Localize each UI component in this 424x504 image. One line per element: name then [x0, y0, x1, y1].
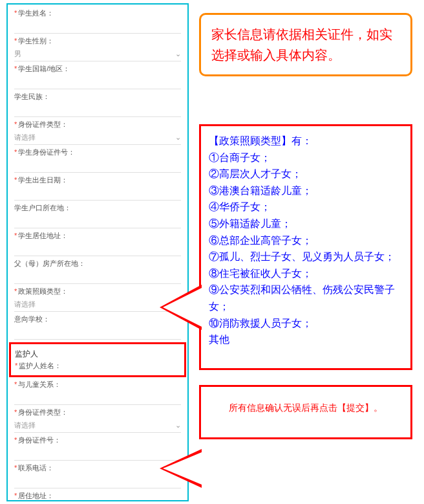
text-input[interactable]	[14, 242, 181, 256]
form-field: *学生姓名：	[14, 8, 181, 34]
select-input[interactable]: 请选择⌄	[14, 131, 181, 145]
field-label: *学生居住地址：	[14, 231, 181, 241]
field-label: 学生户口所在地：	[14, 203, 181, 213]
required-star: *	[14, 436, 17, 444]
field-label-text: 与儿童关系：	[18, 380, 61, 388]
info-callout-submit: 所有信息确认无误后再点击【提交】。	[199, 385, 412, 439]
text-input[interactable]	[14, 214, 181, 228]
form-field: *联系电话：	[14, 463, 181, 488]
field-label: *联系电话：	[14, 463, 181, 473]
policy-item: ⑥总部企业高管子女；	[209, 232, 403, 249]
guardian-name-label: *监护人姓名：	[15, 361, 180, 371]
field-label-text: 意向学校：	[14, 315, 50, 323]
form-field: *政策照顾类型：请选择⌄	[14, 287, 181, 312]
field-label: *学生性别：	[14, 36, 181, 46]
select-input[interactable]: 请选择⌄	[14, 298, 181, 312]
form-field: *居住地址：	[14, 491, 181, 501]
field-label-text: 学生户口所在地：	[14, 204, 71, 212]
field-label-text: 身份证件号：	[18, 436, 61, 444]
form-field: *学生性别：男⌄	[14, 36, 181, 61]
required-star: *	[14, 120, 17, 128]
policy-item: ⑩消防救援人员子女；	[209, 315, 403, 332]
policy-title: 【政策照顾类型】有：	[209, 133, 403, 149]
form-field: *身份证件类型：请选择⌄	[14, 120, 181, 145]
select-value: 请选择	[14, 133, 36, 142]
form-field: *学生出生日期：	[14, 175, 181, 201]
field-label: 意向学校：	[14, 314, 181, 324]
field-label-text: 学生出生日期：	[18, 176, 68, 184]
callout-arrow-1-fill	[163, 288, 202, 327]
form-field: *与儿童关系：	[14, 380, 181, 405]
required-star: *	[14, 287, 17, 295]
info-callout-guardian: 家长信息请依据相关证件，如实选择或输入具体内容。	[199, 13, 412, 76]
policy-items: ①台商子女；②高层次人才子女；③港澳台籍适龄儿童；④华侨子女；⑤外籍适龄儿童；⑥…	[209, 149, 403, 348]
info-callout-policy: 【政策照顾类型】有： ①台商子女；②高层次人才子女；③港澳台籍适龄儿童；④华侨子…	[199, 124, 412, 370]
field-label: *居住地址：	[14, 491, 181, 501]
required-star: *	[14, 9, 17, 17]
field-label: *身份证件类型：	[14, 408, 181, 417]
policy-item: ①台商子女；	[209, 149, 403, 166]
field-label: *身份证件号：	[14, 435, 181, 445]
form-field: *学生国籍/地区：	[14, 64, 181, 89]
policy-item: 其他	[209, 331, 403, 348]
select-value: 请选择	[14, 421, 36, 430]
text-input[interactable]	[14, 270, 181, 284]
required-star: *	[14, 176, 17, 184]
field-label-text: 政策照顾类型：	[18, 287, 68, 295]
policy-item: ③港澳台籍适龄儿童；	[209, 182, 403, 199]
text-input[interactable]	[14, 103, 181, 117]
field-label-text: 学生居住地址：	[18, 232, 68, 239]
policy-item: ⑧住宅被征收人子女；	[209, 265, 403, 282]
guardian-section-box: 监护人 *监护人姓名：	[9, 342, 186, 377]
field-label-text: 学生身份证件号：	[18, 148, 75, 156]
form-field: 学生民族：	[14, 92, 181, 117]
required-star: *	[14, 492, 17, 499]
form-field: 学生户口所在地：	[14, 203, 181, 228]
field-label-text: 学生国籍/地区：	[18, 65, 70, 72]
required-star: *	[14, 380, 17, 388]
field-label-text: 学生姓名：	[18, 9, 54, 17]
text-input[interactable]	[14, 391, 181, 405]
select-input[interactable]: 男⌄	[14, 47, 181, 61]
required-star: *	[14, 408, 17, 416]
text-input[interactable]	[14, 19, 181, 34]
chevron-down-icon: ⌄	[175, 421, 181, 430]
field-label-text: 学生性别：	[18, 37, 54, 45]
form-field: 父（母）房产所在地：	[14, 259, 181, 284]
select-value: 男	[14, 49, 21, 59]
form-panel: *学生姓名：*学生性别：男⌄*学生国籍/地区：学生民族：*身份证件类型：请选择⌄…	[6, 3, 189, 501]
text-input[interactable]	[14, 474, 181, 488]
field-label: *与儿童关系：	[14, 380, 181, 389]
required-star: *	[14, 37, 17, 45]
policy-item: ⑨公安英烈和因公牺牲、伤残公安民警子女；	[209, 281, 403, 314]
policy-item: ④华侨子女；	[209, 199, 403, 215]
chevron-down-icon: ⌄	[175, 50, 181, 58]
field-label-text: 身份证件类型：	[18, 120, 68, 128]
field-label-text: 学生民族：	[14, 93, 50, 100]
fields2-container: *与儿童关系：*身份证件类型：请选择⌄*身份证件号：*联系电话：*居住地址：工作…	[14, 380, 181, 501]
field-label: *学生姓名：	[14, 8, 181, 18]
field-label: *学生出生日期：	[14, 175, 181, 185]
guardian-name-field: *监护人姓名：	[15, 361, 180, 371]
text-input[interactable]	[14, 186, 181, 201]
field-label: *学生国籍/地区：	[14, 64, 181, 74]
required-star: *	[15, 362, 17, 369]
field-label-text: 联系电话：	[18, 464, 54, 472]
field-label: *身份证件类型：	[14, 120, 181, 129]
field-label: 父（母）房产所在地：	[14, 259, 181, 268]
field-label: 学生民族：	[14, 92, 181, 102]
form-field: *身份证件类型：请选择⌄	[14, 408, 181, 433]
select-input[interactable]: 请选择⌄	[14, 419, 181, 433]
text-input[interactable]	[14, 159, 181, 173]
text-input[interactable]	[14, 446, 181, 461]
text-input[interactable]	[14, 325, 181, 340]
text-input[interactable]	[14, 75, 181, 89]
field-label-text: 居住地址：	[18, 492, 54, 499]
select-value: 请选择	[14, 300, 36, 309]
policy-item: ②高层次人才子女；	[209, 166, 403, 182]
form-field: *身份证件号：	[14, 435, 181, 461]
field-label: *学生身份证件号：	[14, 148, 181, 157]
guardian-section-title: 监护人	[15, 349, 180, 360]
policy-item: ⑤外籍适龄儿童；	[209, 215, 403, 232]
field-label-text: 身份证件类型：	[18, 408, 68, 416]
